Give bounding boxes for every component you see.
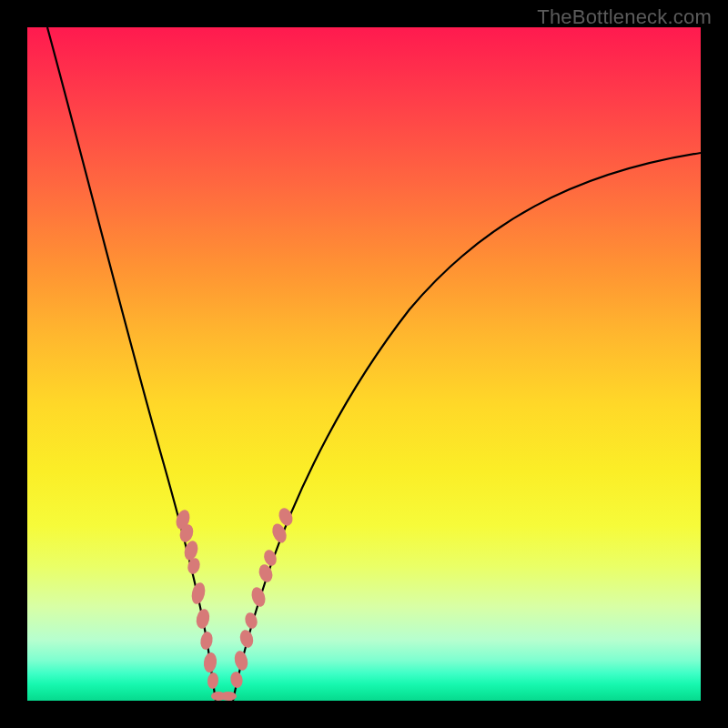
right-curve — [233, 153, 701, 701]
bead — [257, 562, 275, 583]
bead — [189, 581, 207, 606]
curves-layer — [27, 27, 701, 701]
left-curve — [47, 27, 216, 701]
bead — [229, 671, 244, 689]
plot-area — [27, 27, 701, 701]
watermark-text: TheBottleneck.com — [537, 5, 712, 29]
bead — [233, 650, 250, 672]
bead — [195, 608, 211, 630]
bead — [199, 631, 214, 651]
valley-bead — [220, 692, 237, 701]
bead — [243, 612, 258, 631]
chart-frame: TheBottleneck.com — [0, 0, 728, 728]
bead — [207, 672, 219, 689]
bead-markers — [174, 506, 295, 701]
bead — [238, 629, 256, 650]
bead — [203, 652, 218, 673]
bead — [249, 585, 268, 608]
